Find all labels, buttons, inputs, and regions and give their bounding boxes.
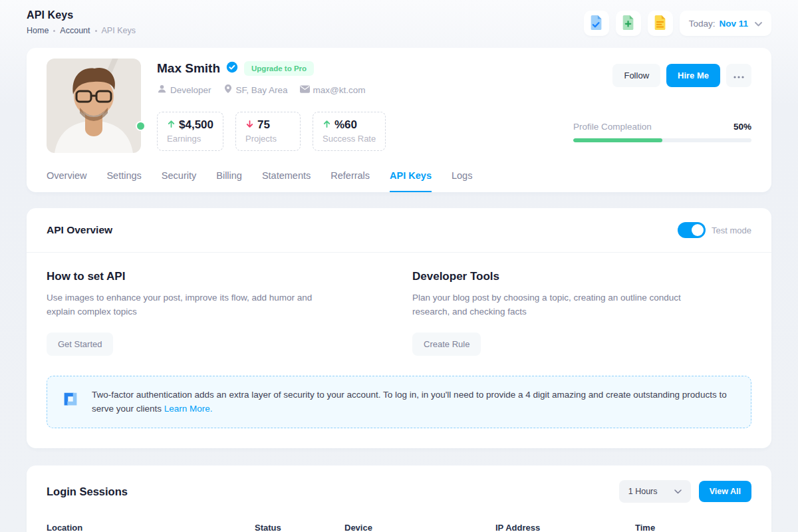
breadcrumb-account[interactable]: Account — [60, 26, 90, 35]
profile-actions: Follow Hire Me — [573, 64, 751, 87]
breadcrumb: Home Account API Keys — [27, 26, 136, 35]
view-all-button[interactable]: View All — [699, 481, 751, 502]
breadcrumb-home[interactable]: Home — [27, 26, 49, 35]
chevron-down-icon — [755, 19, 762, 29]
upgrade-to-pro-badge[interactable]: Upgrade to Pro — [244, 61, 314, 76]
sessions-actions: 1 Hours View All — [619, 480, 751, 503]
test-mode-toggle[interactable] — [678, 222, 706, 238]
stat-earnings: $4,500 Earnings — [157, 112, 223, 151]
online-status-dot — [136, 121, 146, 131]
section-developer-tools: Developer Tools Plan your blog post by c… — [412, 270, 751, 356]
profile-tabs: Overview Settings Security Billing State… — [47, 170, 751, 192]
name-row: Max Smith Upgrade to Pro — [157, 61, 557, 76]
tab-settings[interactable]: Settings — [106, 170, 141, 192]
header-actions: Today: Nov 11 — [584, 11, 771, 36]
top-header: API Keys Home Account API Keys — [27, 9, 771, 36]
profile-email[interactable]: max@kt.com — [300, 85, 366, 95]
tab-referrals[interactable]: Referrals — [331, 170, 370, 192]
stat-success-rate: %60 Success Rate — [313, 112, 386, 151]
profile-card: Max Smith Upgrade to Pro Devel — [27, 48, 771, 192]
hire-me-button[interactable]: Hire Me — [666, 64, 720, 87]
breadcrumb-separator — [95, 30, 97, 32]
profile-main: Max Smith Upgrade to Pro Devel — [47, 59, 751, 153]
get-started-button[interactable]: Get Started — [47, 332, 113, 356]
date-picker[interactable]: Today: Nov 11 — [680, 11, 771, 36]
tab-overview[interactable]: Overview — [47, 170, 86, 192]
column-time: Time — [635, 523, 751, 532]
test-mode-label: Test mode — [712, 225, 751, 235]
column-device: Device — [344, 523, 495, 532]
tab-security[interactable]: Security — [162, 170, 196, 192]
profile-meta-row: Developer SF, Bay Area max@kt.com — [157, 84, 557, 96]
profile-role[interactable]: Developer — [157, 84, 211, 96]
location-pin-icon — [223, 84, 233, 96]
notice-text: Two-factor authentication adds an extra … — [92, 388, 737, 416]
learn-more-link[interactable]: Learn More. — [164, 404, 213, 414]
profile-completion: Profile Compleation 50% — [573, 122, 751, 142]
column-status: Status — [255, 523, 344, 532]
profile-location[interactable]: SF, Bay Area — [223, 84, 288, 96]
api-overview-card: API Overview Test mode How to set API Us… — [27, 208, 771, 448]
section-title: How to set API — [47, 270, 386, 283]
hours-filter-select[interactable]: 1 Hours — [619, 480, 691, 503]
column-ip-address: IP Address — [495, 523, 635, 532]
date-value: Nov 11 — [719, 19, 748, 29]
breadcrumb-separator — [53, 30, 55, 32]
profile-photo — [47, 59, 141, 153]
tab-billing[interactable]: Billing — [216, 170, 242, 192]
test-mode-row: Test mode — [678, 222, 751, 238]
stat-projects: 75 Projects — [235, 112, 301, 151]
api-overview-title: API Overview — [47, 224, 112, 236]
section-title: Developer Tools — [412, 270, 751, 283]
progress-label: Profile Compleation — [573, 122, 652, 132]
profile-right: Follow Hire Me Profile Compleation 50% — [573, 59, 751, 153]
tab-logs[interactable]: Logs — [452, 170, 472, 192]
tab-statements[interactable]: Statements — [262, 170, 311, 192]
file-check-icon — [589, 15, 604, 33]
arrow-up-icon — [167, 118, 176, 132]
two-factor-notice: Two-factor authentication adds an extra … — [47, 376, 751, 428]
ellipsis-icon — [733, 70, 744, 80]
section-how-to-set-api: How to set API Use images to enhance you… — [47, 270, 386, 356]
file-check-button[interactable] — [584, 11, 609, 36]
follow-button[interactable]: Follow — [612, 64, 660, 87]
section-text: Plan your blog post by choosing a topic,… — [412, 291, 692, 319]
sessions-table-header: Location Status Device IP Address Time — [27, 515, 771, 532]
verified-badge-icon — [226, 61, 238, 76]
column-location: Location — [47, 523, 255, 532]
profile-name[interactable]: Max Smith — [157, 61, 220, 76]
email-icon — [300, 85, 310, 95]
page-title: API Keys — [27, 9, 136, 21]
section-text: Use images to enhance your post, improve… — [47, 291, 326, 319]
brackets-icon — [61, 389, 80, 412]
profile-stats-row: $4,500 Earnings 75 Projects — [157, 112, 557, 151]
breadcrumb-current: API Keys — [102, 26, 136, 35]
login-sessions-title: Login Sessions — [47, 485, 128, 498]
arrow-down-icon — [245, 118, 254, 132]
file-plus-icon — [621, 15, 636, 33]
profile-info: Max Smith Upgrade to Pro Devel — [157, 59, 557, 153]
title-block: API Keys Home Account API Keys — [27, 9, 136, 35]
api-overview-header: API Overview Test mode — [27, 208, 771, 253]
date-label: Today: — [689, 19, 716, 29]
profile-progress-fill — [573, 138, 662, 142]
page: API Keys Home Account API Keys — [0, 0, 798, 532]
tab-api-keys[interactable]: API Keys — [390, 170, 432, 192]
login-sessions-card: Login Sessions 1 Hours View All Location… — [27, 466, 771, 532]
arrow-up-icon — [323, 118, 331, 132]
login-sessions-header: Login Sessions 1 Hours View All — [27, 466, 771, 515]
api-overview-body: How to set API Use images to enhance you… — [27, 253, 771, 448]
create-rule-button[interactable]: Create Rule — [412, 332, 481, 356]
file-lines-icon — [653, 15, 668, 33]
more-options-button[interactable] — [726, 64, 751, 87]
file-plus-button[interactable] — [616, 11, 641, 36]
progress-value: 50% — [733, 122, 751, 132]
chevron-down-icon — [674, 487, 682, 496]
user-icon — [157, 84, 167, 96]
file-lines-button[interactable] — [648, 11, 673, 36]
progress-track — [573, 138, 751, 142]
